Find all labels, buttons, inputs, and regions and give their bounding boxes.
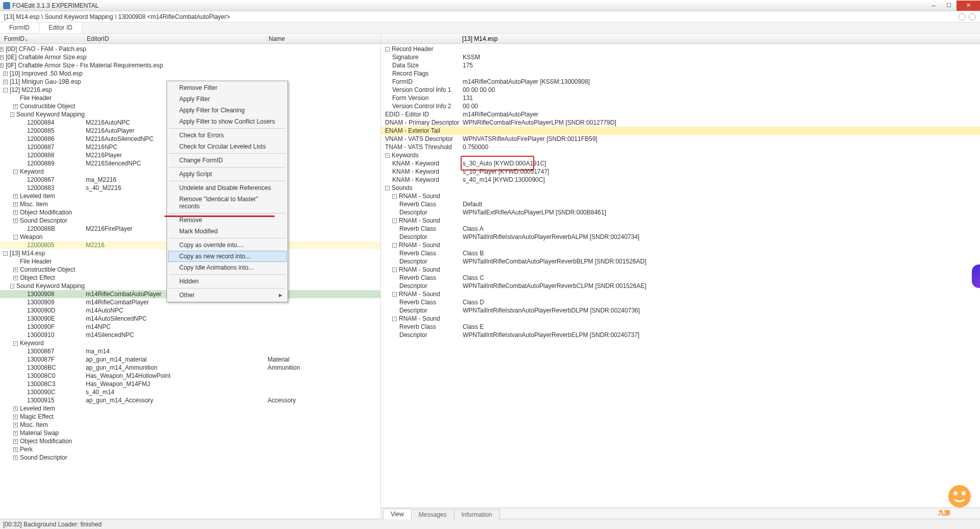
detail-row[interactable]: Version Control Info 200 00: [381, 102, 980, 110]
menu-item[interactable]: Copy Idle Animations into...: [168, 262, 286, 273]
menu-item[interactable]: Other▶: [168, 290, 286, 301]
menu-item[interactable]: Check for Errors: [168, 130, 286, 141]
detail-row[interactable]: -Keywords: [381, 151, 980, 159]
tree-row[interactable]: 1300090Dm14AutoNPC: [0, 306, 380, 315]
detail-row[interactable]: EDID - Editor IDm14RifleCombatAutoPlayer: [381, 110, 980, 118]
menu-item[interactable]: Apply Script: [168, 169, 286, 180]
expander-icon[interactable]: -: [392, 292, 397, 297]
expander-icon[interactable]: -: [13, 235, 18, 239]
menu-item[interactable]: Copy as override into....: [168, 239, 286, 251]
menu-item[interactable]: Remove Filter: [168, 82, 286, 93]
tab-editorid[interactable]: Editor ID: [39, 22, 82, 33]
expander-icon[interactable]: +: [13, 406, 18, 411]
detail-row[interactable]: Version Control Info 100 00 00 00: [381, 86, 980, 94]
menu-item[interactable]: Copy as new record into...: [168, 251, 286, 262]
expander-icon[interactable]: -: [392, 243, 397, 248]
detail-row[interactable]: -RNAM - Sound: [381, 266, 980, 274]
tree-row[interactable]: +Misc. Item: [0, 421, 380, 429]
menu-item[interactable]: Change FormID: [168, 155, 286, 166]
tree-row[interactable]: +Material Swap: [0, 429, 380, 437]
detail-row[interactable]: Reverb ClassClass D: [381, 298, 980, 306]
detail-row[interactable]: Reverb ClassDefault: [381, 200, 980, 208]
expander-icon[interactable]: +: [13, 423, 18, 427]
tree-row[interactable]: +Sound Descriptor: [0, 453, 380, 462]
expander-icon[interactable]: +: [13, 431, 18, 436]
detail-row[interactable]: SignatureKSSM: [381, 53, 980, 61]
expander-icon[interactable]: +: [13, 447, 18, 452]
tree-row[interactable]: +Perk: [0, 445, 380, 453]
expander-icon[interactable]: +: [0, 63, 4, 68]
record-details[interactable]: -Record HeaderSignatureKSSMData Size175R…: [381, 44, 980, 508]
nav-fwd-icon[interactable]: [969, 13, 976, 20]
expander-icon[interactable]: +: [13, 219, 18, 223]
tree-row[interactable]: 1300090Fm14NPC: [0, 323, 380, 331]
detail-row[interactable]: -Record Header: [381, 45, 980, 53]
detail-row[interactable]: TNAM - VATS Threshold0.750000: [381, 143, 980, 151]
expander-icon[interactable]: +: [13, 415, 18, 419]
detail-row[interactable]: -RNAM - Sound: [381, 241, 980, 249]
menu-item[interactable]: Check for Circular Leveled Lists: [168, 141, 286, 152]
detail-row[interactable]: -RNAM - Sound: [381, 315, 980, 323]
menu-item[interactable]: Undelete and Disable References: [168, 182, 286, 194]
expander-icon[interactable]: +: [3, 71, 8, 76]
col-name[interactable]: Name: [267, 35, 380, 42]
tab-formid[interactable]: FormID: [0, 22, 39, 33]
tab-messages[interactable]: Messages: [411, 509, 455, 520]
minimize-button[interactable]: ─: [926, 1, 941, 11]
tree-row[interactable]: +Magic Effect: [0, 413, 380, 421]
expander-icon[interactable]: +: [0, 55, 4, 60]
tree-row[interactable]: 13000867ma_m14: [0, 347, 380, 355]
menu-item[interactable]: Remove "Identical to Master" records: [168, 194, 286, 212]
expander-icon[interactable]: -: [3, 88, 8, 92]
detail-row[interactable]: DescriptorWPNTailIntRifleCombatAutoPlaye…: [381, 282, 980, 290]
expander-icon[interactable]: -: [392, 219, 397, 223]
tree-row[interactable]: +[10] Improved .50 Mod.esp: [0, 69, 380, 78]
tree-row[interactable]: 130008C0Has_Weapon_M14HollowPoint: [0, 372, 380, 380]
menu-item[interactable]: Hidden: [168, 276, 286, 287]
expander-icon[interactable]: +: [3, 80, 8, 84]
tab-info[interactable]: Information: [454, 509, 500, 520]
detail-row[interactable]: Reverb ClassClass A: [381, 225, 980, 233]
detail-row[interactable]: DescriptorWPNTailIntRifleIstvanAutoPlaye…: [381, 233, 980, 241]
expander-icon[interactable]: -: [3, 251, 8, 256]
expander-icon[interactable]: +: [13, 194, 18, 199]
detail-row[interactable]: VNAM - VATS DescriptorWPNVATSRifleAutoFi…: [381, 135, 980, 143]
detail-row[interactable]: -RNAM - Sound: [381, 290, 980, 298]
expander-icon[interactable]: +: [13, 210, 18, 215]
expander-icon[interactable]: -: [13, 170, 18, 174]
expander-icon[interactable]: -: [10, 112, 14, 117]
detail-row[interactable]: KNAM - Keywords_40_m14 [KYWD:1300090C]: [381, 176, 980, 184]
detail-row[interactable]: Record Flags: [381, 69, 980, 78]
detail-row[interactable]: DescriptorWPNTailIntRifleCombatAutoPlaye…: [381, 257, 980, 266]
tree-row[interactable]: 130008C3Has_Weapon_M14FMJ: [0, 380, 380, 388]
expander-icon[interactable]: +: [13, 276, 18, 280]
detail-row[interactable]: KNAM - Keywords_10_Player [KYWD:00051747…: [381, 167, 980, 176]
tree-row[interactable]: +[0E] Craftable Armor Size.esp: [0, 53, 380, 61]
detail-row[interactable]: FormIDm14RifleCombatAutoPlayer [KSSM:130…: [381, 78, 980, 86]
expander-icon[interactable]: -: [385, 47, 390, 52]
expander-icon[interactable]: +: [0, 47, 4, 52]
expander-icon[interactable]: -: [10, 284, 14, 288]
detail-row[interactable]: -RNAM - Sound: [381, 217, 980, 225]
col-editorid[interactable]: EditorID: [85, 35, 267, 42]
tree-row[interactable]: 13000915ap_gun_m14_AccessoryAccessory: [0, 396, 380, 404]
context-menu[interactable]: Remove FilterApply FilterApply Filter fo…: [166, 81, 288, 302]
menu-item[interactable]: Apply Filter: [168, 93, 286, 105]
maximize-button[interactable]: ☐: [941, 1, 957, 11]
detail-row[interactable]: DescriptorWPNTailIntRifleIstvanAutoPlaye…: [381, 331, 980, 339]
expander-icon[interactable]: +: [13, 202, 18, 207]
expander-icon[interactable]: +: [13, 268, 18, 272]
detail-row[interactable]: KNAM - Keywords_30_Auto [KYWD:000A191C]: [381, 159, 980, 167]
detail-row[interactable]: DescriptorWPNTailIntRifleIstvanAutoPlaye…: [381, 306, 980, 315]
menu-item[interactable]: Apply Filter to show Conflict Losers: [168, 116, 286, 127]
tree-row[interactable]: +Object Modification: [0, 437, 380, 445]
tree-row[interactable]: -Keyword: [0, 339, 380, 347]
detail-row[interactable]: DescriptorWPNTailExtRifleAAutoPlayerLPM …: [381, 208, 980, 217]
detail-row[interactable]: Reverb ClassClass C: [381, 274, 980, 282]
expander-icon[interactable]: -: [392, 268, 397, 272]
tree-row[interactable]: +Leveled Item: [0, 404, 380, 413]
tree-row[interactable]: 130008BCap_gun_m14_AmmunitionAmmunition: [0, 364, 380, 372]
tree-row[interactable]: +[0D] CFAO - FAM - Patch.esp: [0, 45, 380, 53]
detail-row[interactable]: -Sounds: [381, 184, 980, 192]
expander-icon[interactable]: +: [13, 439, 18, 444]
